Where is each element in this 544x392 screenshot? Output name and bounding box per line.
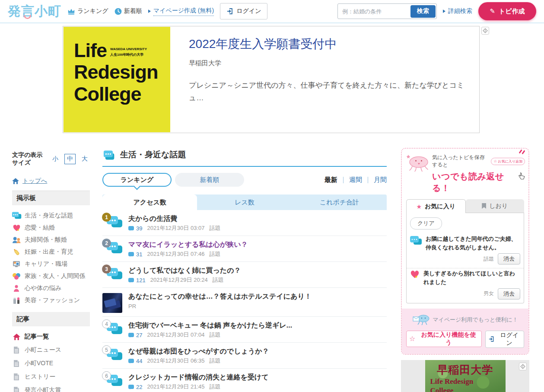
banner-brand-word3: College bbox=[74, 83, 170, 105]
topic-title-link[interactable]: ママ友にイラッとする私は心が狭い？ bbox=[128, 240, 387, 249]
topic-title-link[interactable]: どうして私ではなく姉に買ったの？ bbox=[128, 266, 387, 275]
delete-button[interactable]: 消去 bbox=[498, 288, 520, 300]
font-size-small[interactable]: 小 bbox=[50, 154, 60, 164]
comment-icon bbox=[128, 226, 134, 230]
favorite-item: 美しすぎるから別れてほしいと言われました 男女 消去 bbox=[407, 268, 524, 303]
topic-meta: 44 2021年12月30日 06:35 話題 bbox=[128, 357, 387, 365]
mypage-create-link[interactable]: マイページ作成 (無料) bbox=[148, 7, 214, 16]
document-icon bbox=[12, 347, 21, 354]
rank-badge: 3 bbox=[102, 265, 111, 274]
banner-brand-word2: Redesign bbox=[74, 61, 170, 83]
add-favorite-mini-button[interactable]: お気に入り追加 bbox=[491, 158, 525, 165]
sidebar-item-komachi-news[interactable]: 小町ニュース bbox=[12, 346, 90, 354]
comment-icon bbox=[128, 252, 134, 256]
sidebar-item-relationships[interactable]: 家族・友人・人間関係 bbox=[12, 272, 90, 280]
create-topic-button[interactable]: トピ作成 bbox=[478, 2, 536, 20]
topic-title-link[interactable]: なぜ母親は布団をひっぺがすのでしょうか？ bbox=[128, 347, 387, 356]
period-latest[interactable]: 最新 bbox=[324, 176, 337, 184]
pr-thumbnail-image[interactable] bbox=[102, 293, 122, 313]
heart-icon bbox=[410, 270, 420, 287]
sidebar-item-komachi-award[interactable]: 発言小町大賞 bbox=[12, 386, 90, 392]
login-icon bbox=[226, 8, 233, 15]
sidebar-item-childcare[interactable]: 妊娠・出産・育児 bbox=[12, 248, 90, 256]
mypage-promo: マイページ利用でもっと便利に！ お気に入り機能を使う ログイン bbox=[402, 309, 528, 354]
tab-bookmarks[interactable]: しおり bbox=[466, 199, 525, 213]
topic-meta: 31 2021年12月30日 07:46 話題 bbox=[128, 250, 387, 258]
side-ad[interactable]: 早稲田大学 Life Redesign College 開校 プレシニア～シニア… bbox=[401, 360, 529, 392]
pr-label: PR bbox=[128, 303, 387, 309]
sidebar-item-history[interactable]: ヒストリー bbox=[12, 373, 90, 381]
sidebar-item-komachi-vote[interactable]: 小町VOTE bbox=[12, 360, 90, 367]
topic-row: 5 なぜ母親は布団をひっぺがすのでしょうか？ 44 2021年12月30日 06… bbox=[102, 343, 387, 369]
sidebar-item-health[interactable]: 心や体の悩み bbox=[12, 284, 90, 292]
period-weekly[interactable]: 週間 bbox=[349, 176, 362, 184]
topic-date: 2021年12月30日 07:04 bbox=[147, 331, 204, 339]
ad-choices-icon[interactable] bbox=[519, 363, 527, 370]
top-link[interactable]: トップへ bbox=[22, 177, 47, 185]
logo-smile-icon bbox=[24, 15, 31, 19]
font-size-medium[interactable]: 中 bbox=[64, 154, 76, 164]
delete-button[interactable]: 消去 bbox=[498, 253, 520, 265]
pr-title-link[interactable]: あなたにとっての幸せは…？答えはホテルステイにあり！ bbox=[128, 292, 387, 301]
search-input[interactable] bbox=[339, 8, 410, 15]
divider bbox=[368, 177, 368, 183]
baby-bottle-icon bbox=[12, 248, 21, 256]
sidebar-item-marriage[interactable]: 夫婦関係・離婚 bbox=[12, 236, 90, 244]
topic-row: 4 住宅街でバーベキュー 冬は鍋 声をかけたら逆ギレ... 27 2021年12… bbox=[102, 317, 387, 343]
login-button[interactable]: ログイン bbox=[220, 3, 267, 19]
sidebar-item-beauty[interactable]: 美容・ファッション bbox=[12, 296, 90, 304]
tab-newest[interactable]: 新着順 bbox=[175, 173, 244, 187]
comment-icon bbox=[128, 359, 134, 363]
sidebar-item-article-index[interactable]: 記事一覧 bbox=[12, 333, 90, 341]
speech-bubble-icon: 5 bbox=[107, 348, 122, 362]
favorite-item-title[interactable]: 美しすぎるから別れてほしいと言われました bbox=[423, 269, 520, 287]
topic-title-link[interactable]: 住宅街でバーベキュー 冬は鍋 声をかけたら逆ギレ... bbox=[128, 321, 387, 330]
bookmark-icon bbox=[482, 203, 486, 209]
tab-ranking[interactable]: ランキング bbox=[102, 173, 172, 187]
speech-bubble-icon: 2 bbox=[107, 241, 122, 255]
banner-brand-sub1: WASEDA UNIVERSITY bbox=[110, 47, 147, 51]
topic-title-link[interactable]: 夫からの生活費 bbox=[128, 214, 387, 223]
sidebar-item-life[interactable]: 生活・身近な話題 bbox=[12, 212, 90, 220]
nav-ranking-label: ランキング bbox=[77, 7, 108, 15]
login-button[interactable]: ログイン bbox=[485, 331, 524, 348]
nav-ranking[interactable]: ランキング bbox=[67, 7, 108, 15]
mypage-create-label: マイページ作成 (無料) bbox=[153, 7, 214, 16]
monitor-icon bbox=[12, 261, 21, 268]
favorite-item-title[interactable]: お隣に越してきた同年代のご夫婦、仲良くなれる気がしません。 bbox=[426, 235, 520, 252]
favorites-tabs: お気に入り しおり bbox=[406, 199, 524, 213]
mascot-jellyfish-icon bbox=[405, 153, 430, 174]
search-button[interactable]: 検索 bbox=[410, 5, 436, 18]
list-controls: ランキング 新着順 最新 週間 月間 bbox=[102, 173, 387, 187]
top-link-row: トップへ bbox=[12, 177, 90, 191]
use-favorites-button[interactable]: お気に入り機能を使う bbox=[406, 331, 482, 347]
sidebar-item-career[interactable]: キャリア・職場 bbox=[12, 260, 90, 268]
top-header: 発言小町 ランキング 新着順 マイページ作成 (無料) ログイン 検索 詳細検索… bbox=[0, 0, 544, 23]
topic-tag: 話題 bbox=[209, 224, 220, 232]
banner-ad[interactable]: Life WASEDA UNIVERSITY 人生100年時代の大学 Redes… bbox=[63, 26, 480, 133]
font-size-large[interactable]: 大 bbox=[80, 154, 90, 164]
tab-reply-count[interactable]: レス数 bbox=[197, 194, 292, 210]
tab-favorites[interactable]: お気に入り bbox=[406, 199, 466, 213]
nav-newest[interactable]: 新着順 bbox=[115, 7, 142, 15]
banner-brand-sub2: 人生100年時代の大学 bbox=[110, 53, 144, 57]
comment-count: 39 bbox=[136, 225, 142, 232]
favorites-headline: いつでも読み返せる！ bbox=[432, 171, 522, 194]
tab-access-count[interactable]: アクセス数 bbox=[102, 194, 197, 210]
heart-icon bbox=[12, 224, 21, 232]
nav-newest-label: 新着順 bbox=[124, 7, 142, 15]
banner-ad-title[interactable]: 2022年度生入学願書受付中 bbox=[189, 36, 470, 52]
sidebar-item-love[interactable]: 恋愛・結婚 bbox=[12, 224, 90, 232]
tab-korepochi-total[interactable]: これポチ合計 bbox=[292, 194, 387, 210]
rank-badge: 1 bbox=[102, 213, 111, 222]
couple-icon bbox=[12, 236, 21, 243]
clear-button[interactable]: クリア bbox=[410, 217, 442, 229]
site-logo[interactable]: 発言小町 bbox=[8, 5, 61, 18]
topic-title-link[interactable]: クレジットカード情報の消失と連絡を受けて bbox=[128, 373, 387, 382]
advanced-search-link[interactable]: 詳細検索 bbox=[443, 7, 472, 15]
period-monthly[interactable]: 月間 bbox=[374, 176, 387, 184]
side-ad-image: 早稲田大学 Life Redesign College 開校 bbox=[425, 360, 506, 392]
category-title: 生活・身近な話題 bbox=[120, 149, 186, 160]
ad-choices-icon[interactable] bbox=[481, 27, 489, 35]
comment-icon bbox=[128, 278, 134, 282]
